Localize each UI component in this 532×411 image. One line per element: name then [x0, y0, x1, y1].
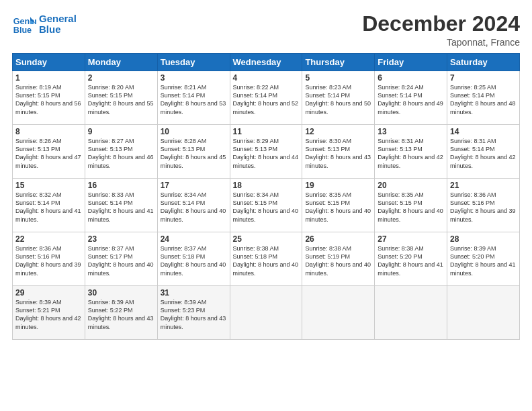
- day-details: Sunrise: 8:31 AM Sunset: 5:13 PM Dayligh…: [378, 137, 444, 170]
- header-row: SundayMondayTuesdayWednesdayThursdayFrid…: [13, 54, 520, 71]
- day-cell: 4Sunrise: 8:22 AM Sunset: 5:14 PM Daylig…: [230, 71, 302, 125]
- day-number: 28: [450, 234, 517, 244]
- day-number: 1: [15, 73, 82, 83]
- day-details: Sunrise: 8:21 AM Sunset: 5:14 PM Dayligh…: [161, 83, 227, 116]
- day-details: Sunrise: 8:38 AM Sunset: 5:20 PM Dayligh…: [378, 244, 444, 277]
- day-cell: 2Sunrise: 8:20 AM Sunset: 5:15 PM Daylig…: [85, 71, 157, 125]
- day-details: Sunrise: 8:26 AM Sunset: 5:13 PM Dayligh…: [15, 137, 82, 170]
- day-number: 26: [305, 234, 371, 244]
- day-number: 5: [305, 73, 371, 83]
- logo-icon: General Blue: [12, 12, 36, 36]
- logo: General Blue General Blue: [12, 12, 77, 36]
- day-details: Sunrise: 8:37 AM Sunset: 5:18 PM Dayligh…: [161, 244, 227, 277]
- day-number: 17: [161, 181, 227, 190]
- day-details: Sunrise: 8:32 AM Sunset: 5:14 PM Dayligh…: [15, 191, 82, 224]
- col-header-tuesday: Tuesday: [157, 54, 230, 71]
- day-number: 3: [161, 73, 227, 83]
- day-number: 24: [161, 234, 227, 244]
- day-number: 30: [88, 288, 154, 298]
- day-cell: [447, 286, 520, 340]
- day-number: 18: [233, 181, 300, 190]
- logo-line1: General: [39, 13, 77, 25]
- day-number: 14: [450, 127, 517, 136]
- day-cell: 19Sunrise: 8:35 AM Sunset: 5:15 PM Dayli…: [302, 179, 375, 232]
- day-cell: 18Sunrise: 8:34 AM Sunset: 5:15 PM Dayli…: [230, 179, 302, 232]
- day-cell: 31Sunrise: 8:39 AM Sunset: 5:23 PM Dayli…: [157, 286, 230, 340]
- day-cell: 17Sunrise: 8:34 AM Sunset: 5:14 PM Dayli…: [157, 179, 230, 232]
- day-details: Sunrise: 8:33 AM Sunset: 5:14 PM Dayligh…: [88, 191, 154, 224]
- week-row-2: 8Sunrise: 8:26 AM Sunset: 5:13 PM Daylig…: [13, 125, 520, 179]
- day-details: Sunrise: 8:37 AM Sunset: 5:17 PM Dayligh…: [88, 244, 154, 277]
- day-number: 7: [450, 73, 517, 83]
- day-cell: 1Sunrise: 8:19 AM Sunset: 5:15 PM Daylig…: [13, 71, 85, 125]
- day-number: 20: [378, 181, 444, 190]
- week-row-1: 1Sunrise: 8:19 AM Sunset: 5:15 PM Daylig…: [13, 71, 520, 125]
- calendar-table: SundayMondayTuesdayWednesdayThursdayFrid…: [12, 53, 520, 340]
- month-title: December 2024: [362, 12, 520, 36]
- day-cell: 14Sunrise: 8:31 AM Sunset: 5:14 PM Dayli…: [447, 125, 520, 179]
- day-number: 11: [233, 127, 300, 136]
- day-cell: 5Sunrise: 8:23 AM Sunset: 5:14 PM Daylig…: [302, 71, 375, 125]
- day-number: 8: [15, 127, 82, 136]
- day-cell: 26Sunrise: 8:38 AM Sunset: 5:19 PM Dayli…: [302, 232, 375, 286]
- day-details: Sunrise: 8:35 AM Sunset: 5:15 PM Dayligh…: [378, 191, 444, 224]
- day-number: 10: [161, 127, 227, 136]
- day-cell: 15Sunrise: 8:32 AM Sunset: 5:14 PM Dayli…: [13, 179, 85, 232]
- day-details: Sunrise: 8:39 AM Sunset: 5:22 PM Dayligh…: [88, 298, 154, 331]
- day-number: 9: [88, 127, 154, 136]
- day-number: 16: [88, 181, 154, 190]
- day-cell: 10Sunrise: 8:28 AM Sunset: 5:13 PM Dayli…: [157, 125, 230, 179]
- day-number: 15: [15, 181, 82, 190]
- week-row-3: 15Sunrise: 8:32 AM Sunset: 5:14 PM Dayli…: [13, 179, 520, 232]
- day-number: 4: [233, 73, 300, 83]
- day-details: Sunrise: 8:27 AM Sunset: 5:13 PM Dayligh…: [88, 137, 154, 170]
- week-row-5: 29Sunrise: 8:39 AM Sunset: 5:21 PM Dayli…: [13, 286, 520, 340]
- day-cell: 16Sunrise: 8:33 AM Sunset: 5:14 PM Dayli…: [85, 179, 157, 232]
- day-number: 21: [450, 181, 517, 190]
- day-cell: 6Sunrise: 8:24 AM Sunset: 5:14 PM Daylig…: [375, 71, 447, 125]
- day-cell: 29Sunrise: 8:39 AM Sunset: 5:21 PM Dayli…: [13, 286, 85, 340]
- day-cell: 23Sunrise: 8:37 AM Sunset: 5:17 PM Dayli…: [85, 232, 157, 286]
- day-cell: 9Sunrise: 8:27 AM Sunset: 5:13 PM Daylig…: [85, 125, 157, 179]
- day-cell: 25Sunrise: 8:38 AM Sunset: 5:18 PM Dayli…: [230, 232, 302, 286]
- day-number: 27: [378, 234, 444, 244]
- day-cell: 28Sunrise: 8:39 AM Sunset: 5:20 PM Dayli…: [447, 232, 520, 286]
- title-block: December 2024 Taponnat, France: [362, 12, 520, 48]
- col-header-saturday: Saturday: [447, 54, 520, 71]
- logo-line2: Blue: [39, 24, 77, 36]
- day-details: Sunrise: 8:38 AM Sunset: 5:18 PM Dayligh…: [233, 244, 300, 277]
- day-number: 6: [378, 73, 444, 83]
- day-details: Sunrise: 8:36 AM Sunset: 5:16 PM Dayligh…: [450, 191, 517, 224]
- day-number: 31: [161, 288, 227, 298]
- day-details: Sunrise: 8:34 AM Sunset: 5:14 PM Dayligh…: [161, 191, 227, 224]
- col-header-monday: Monday: [85, 54, 157, 71]
- day-details: Sunrise: 8:39 AM Sunset: 5:21 PM Dayligh…: [15, 298, 82, 331]
- week-row-4: 22Sunrise: 8:36 AM Sunset: 5:16 PM Dayli…: [13, 232, 520, 286]
- location: Taponnat, France: [362, 37, 520, 48]
- col-header-sunday: Sunday: [13, 54, 85, 71]
- day-cell: 27Sunrise: 8:38 AM Sunset: 5:20 PM Dayli…: [375, 232, 447, 286]
- day-details: Sunrise: 8:30 AM Sunset: 5:13 PM Dayligh…: [305, 137, 371, 170]
- day-number: 13: [378, 127, 444, 136]
- day-cell: 20Sunrise: 8:35 AM Sunset: 5:15 PM Dayli…: [375, 179, 447, 232]
- day-details: Sunrise: 8:28 AM Sunset: 5:13 PM Dayligh…: [161, 137, 227, 170]
- col-header-thursday: Thursday: [302, 54, 375, 71]
- day-number: 22: [15, 234, 82, 244]
- day-cell: 7Sunrise: 8:25 AM Sunset: 5:14 PM Daylig…: [447, 71, 520, 125]
- col-header-friday: Friday: [375, 54, 447, 71]
- day-details: Sunrise: 8:36 AM Sunset: 5:16 PM Dayligh…: [15, 244, 82, 277]
- col-header-wednesday: Wednesday: [230, 54, 302, 71]
- day-number: 2: [88, 73, 154, 83]
- day-details: Sunrise: 8:34 AM Sunset: 5:15 PM Dayligh…: [233, 191, 300, 224]
- day-cell: 11Sunrise: 8:29 AM Sunset: 5:13 PM Dayli…: [230, 125, 302, 179]
- day-number: 25: [233, 234, 300, 244]
- day-cell: 12Sunrise: 8:30 AM Sunset: 5:13 PM Dayli…: [302, 125, 375, 179]
- day-details: Sunrise: 8:31 AM Sunset: 5:14 PM Dayligh…: [450, 137, 517, 170]
- day-details: Sunrise: 8:24 AM Sunset: 5:14 PM Dayligh…: [378, 83, 444, 116]
- day-details: Sunrise: 8:20 AM Sunset: 5:15 PM Dayligh…: [88, 83, 154, 116]
- day-cell: 30Sunrise: 8:39 AM Sunset: 5:22 PM Dayli…: [85, 286, 157, 340]
- day-cell: [302, 286, 375, 340]
- day-details: Sunrise: 8:19 AM Sunset: 5:15 PM Dayligh…: [15, 83, 82, 116]
- day-cell: 24Sunrise: 8:37 AM Sunset: 5:18 PM Dayli…: [157, 232, 230, 286]
- day-details: Sunrise: 8:35 AM Sunset: 5:15 PM Dayligh…: [305, 191, 371, 224]
